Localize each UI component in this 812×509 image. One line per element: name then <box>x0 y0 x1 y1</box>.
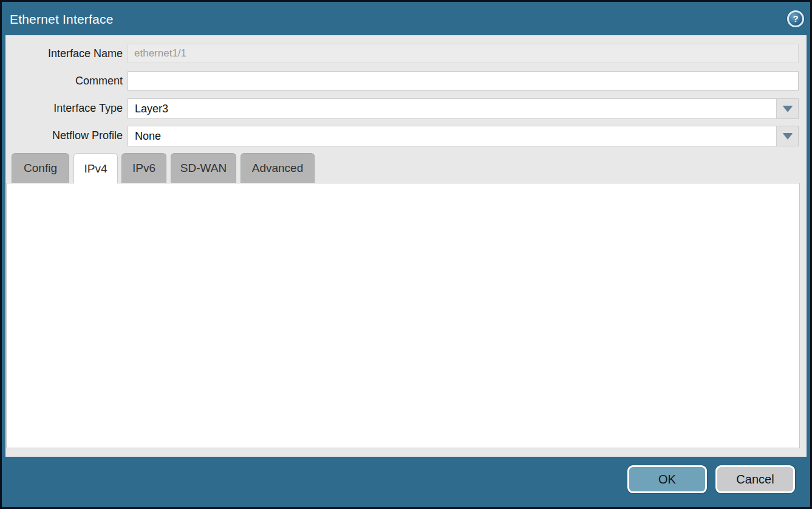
tab-sdwan[interactable]: SD-WAN <box>171 153 236 183</box>
comment-label: Comment <box>0 71 123 91</box>
interface-name-input <box>128 44 799 63</box>
netflow-profile-dropdown-button[interactable] <box>776 126 798 146</box>
ok-button[interactable]: OK <box>627 465 707 493</box>
tab-advanced[interactable]: Advanced <box>241 153 315 183</box>
interface-name-label: Interface Name <box>0 44 123 63</box>
chevron-down-icon <box>783 106 793 112</box>
netflow-profile-select[interactable]: None <box>128 126 799 146</box>
tab-ipv6[interactable]: IPv6 <box>121 153 166 183</box>
interface-type-select[interactable]: Layer3 <box>128 98 799 119</box>
tab-config[interactable]: Config <box>12 153 69 183</box>
help-icon[interactable]: ? <box>787 10 804 27</box>
comment-input[interactable] <box>128 71 799 91</box>
cancel-button[interactable]: Cancel <box>715 465 795 493</box>
dialog-title: Ethernet Interface <box>10 12 114 27</box>
chevron-down-icon <box>783 133 793 139</box>
interface-type-label: Interface Type <box>0 98 123 118</box>
netflow-profile-value: None <box>128 130 776 143</box>
ipv4-tab-panel <box>6 183 800 448</box>
netflow-profile-label: Netflow Profile <box>0 126 123 145</box>
tab-ipv4[interactable]: IPv4 <box>73 153 118 183</box>
interface-type-value: Layer3 <box>128 103 776 115</box>
dialog-titlebar <box>2 2 810 35</box>
interface-type-dropdown-button[interactable] <box>776 99 798 118</box>
